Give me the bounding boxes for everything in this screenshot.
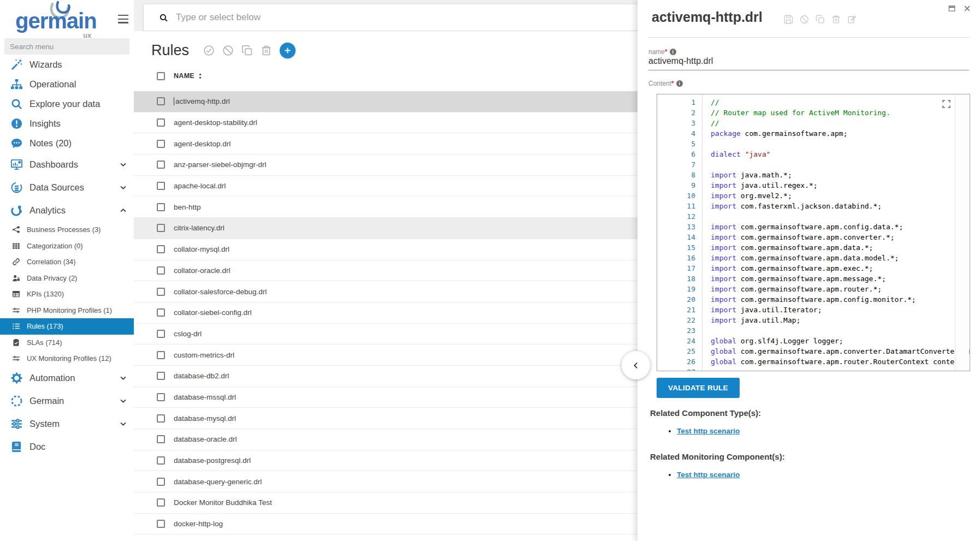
deactivate-button[interactable] — [222, 45, 234, 56]
sidebar-item-analytics[interactable]: Analytics — [0, 199, 134, 222]
table-row[interactable]: collator-oracle.drl — [134, 260, 637, 282]
name-field-value[interactable]: activemq-http.drl — [648, 56, 713, 66]
chevron-up-icon[interactable] — [119, 206, 127, 215]
related-link[interactable]: Test http scenario — [677, 427, 740, 435]
row-checkbox[interactable] — [157, 393, 165, 401]
duplicate-button[interactable] — [241, 45, 253, 56]
sidebar-item-insights[interactable]: Insights — [0, 114, 134, 133]
collapse-panel-button[interactable] — [622, 351, 650, 379]
chevron-down-icon[interactable] — [119, 374, 127, 382]
sidebar-item-correlation[interactable]: Correlation (34) — [0, 254, 134, 270]
row-checkbox[interactable] — [157, 97, 165, 105]
sidebar-item-kpis[interactable]: KPIs (1320) — [0, 286, 134, 302]
dashboards-icon — [9, 158, 24, 171]
row-checkbox[interactable] — [157, 203, 165, 211]
row-checkbox[interactable] — [157, 351, 165, 359]
sidebar-item-wizards[interactable]: Wizards — [0, 55, 134, 74]
fullscreen-icon[interactable] — [942, 99, 951, 109]
table-row[interactable]: database-oracle.drl — [134, 429, 637, 450]
row-checkbox[interactable] — [157, 288, 165, 296]
table-row[interactable]: collator-salesforce-debug.drl — [134, 281, 637, 302]
code-editor[interactable]: 1234567891011121314151617181920212223242… — [657, 94, 970, 371]
code-lines[interactable]: //// Router map used for ActiveM Monitor… — [702, 94, 970, 371]
filter-search-input[interactable] — [176, 12, 637, 23]
validate-rule-button[interactable]: VALIDATE RULE — [657, 378, 740, 398]
table-row[interactable]: database-postgresql.drl — [134, 450, 637, 472]
deactivate-icon[interactable] — [800, 15, 809, 24]
sidebar: germain ux WizardsOperationalExplore you… — [0, 0, 134, 541]
table-row[interactable]: citrix-latency.drl — [134, 218, 637, 239]
hamburger-menu-icon[interactable] — [118, 15, 128, 26]
table-row[interactable]: agent-desktop-stability.drl — [134, 112, 637, 134]
table-row[interactable]: database-db2.drl — [134, 366, 637, 387]
sidebar-item-operational[interactable]: Operational — [0, 74, 134, 94]
chevron-down-icon[interactable] — [119, 397, 127, 405]
delete-icon[interactable] — [831, 15, 841, 24]
sidebar-item-system[interactable]: System — [0, 413, 134, 436]
duplicate-icon[interactable] — [816, 15, 825, 24]
name-column-header[interactable]: NAME — [174, 72, 194, 80]
activate-button[interactable] — [203, 45, 215, 56]
row-checkbox[interactable] — [157, 478, 165, 486]
row-checkbox[interactable] — [157, 308, 165, 317]
table-row[interactable]: collator-mysql.drl — [134, 239, 637, 260]
table-row[interactable]: agent-desktop.drl — [134, 133, 637, 154]
row-checkbox[interactable] — [157, 140, 165, 148]
row-checkbox[interactable] — [157, 414, 165, 423]
business-processes-icon — [10, 225, 22, 234]
edit-icon[interactable] — [847, 15, 857, 24]
sidebar-item-dashboards[interactable]: Dashboards — [0, 153, 134, 176]
sidebar-item-germain[interactable]: Germain — [0, 390, 134, 413]
table-row[interactable]: anz-parser-siebel-objmgr-drl — [134, 154, 637, 176]
save-icon[interactable] — [784, 15, 793, 24]
sidebar-item-notes[interactable]: Notes (20) — [0, 133, 134, 153]
sort-icon[interactable] — [197, 73, 203, 80]
sidebar-item-data-privacy[interactable]: Data Privacy (2) — [0, 270, 134, 287]
table-header: NAME — [134, 66, 637, 86]
row-checkbox[interactable] — [157, 456, 165, 465]
related-link[interactable]: Test http scenario — [677, 471, 740, 479]
table-row[interactable]: activemq-http.drl — [134, 91, 637, 112]
table-row[interactable]: collator-siebel-config.drl — [134, 302, 637, 324]
delete-button[interactable] — [261, 45, 272, 56]
select-all-checkbox[interactable] — [157, 72, 165, 80]
table-row[interactable]: custom-metrics-drl — [134, 344, 637, 366]
sidebar-item-explore-your-data[interactable]: Explore your data — [0, 94, 134, 114]
sidebar-item-data-sources[interactable]: Data Sources — [0, 176, 134, 199]
row-checkbox[interactable] — [157, 160, 165, 169]
sidebar-item-categorization[interactable]: Categorization (0) — [0, 238, 134, 254]
row-checkbox[interactable] — [157, 372, 165, 380]
sidebar-item-php-monitoring-profiles[interactable]: PHP Monitoring Profiles (1) — [0, 302, 134, 319]
sidebar-item-rules[interactable]: Rules (173) — [0, 318, 134, 335]
sidebar-item-business-processes[interactable]: Business Processes (3) — [0, 222, 134, 238]
chevron-down-icon[interactable] — [119, 160, 127, 169]
row-checkbox[interactable] — [157, 435, 165, 443]
table-row[interactable]: cslog-drl — [134, 324, 637, 345]
row-checkbox[interactable] — [157, 520, 165, 528]
chevron-down-icon[interactable] — [119, 183, 127, 192]
row-checkbox[interactable] — [157, 498, 165, 507]
row-checkbox[interactable] — [157, 266, 165, 275]
table-row[interactable]: Docker Monitor Buddhika Test — [134, 492, 637, 514]
editor-scrollbar[interactable] — [955, 95, 969, 370]
row-checkbox[interactable] — [157, 224, 165, 232]
table-row[interactable]: docker-http-log — [134, 514, 637, 535]
sidebar-search-input[interactable] — [4, 38, 129, 55]
sidebar-item-ux-monitoring-profiles[interactable]: UX Monitoring Profiles (12) — [0, 350, 134, 367]
sidebar-item-doc[interactable]: Doc — [0, 436, 134, 459]
sidebar-item-automation[interactable]: Automation — [0, 367, 134, 390]
row-checkbox[interactable] — [157, 182, 165, 190]
table-row[interactable]: apache-local.drl — [134, 176, 637, 197]
table-row[interactable]: database-mssql.drl — [134, 387, 637, 408]
chevron-down-icon[interactable] — [119, 420, 127, 428]
row-checkbox[interactable] — [157, 330, 165, 338]
add-rule-button[interactable] — [280, 43, 296, 58]
row-checkbox[interactable] — [157, 118, 165, 127]
maximize-icon[interactable] — [948, 4, 956, 13]
table-row[interactable]: ben-http — [134, 197, 637, 218]
table-row[interactable]: database-mysql.drl — [134, 408, 637, 429]
close-icon[interactable] — [963, 4, 971, 13]
table-row[interactable]: database-query-generic.drl — [134, 471, 637, 492]
sidebar-item-slas[interactable]: SLAs (714) — [0, 335, 134, 351]
row-checkbox[interactable] — [157, 245, 165, 253]
